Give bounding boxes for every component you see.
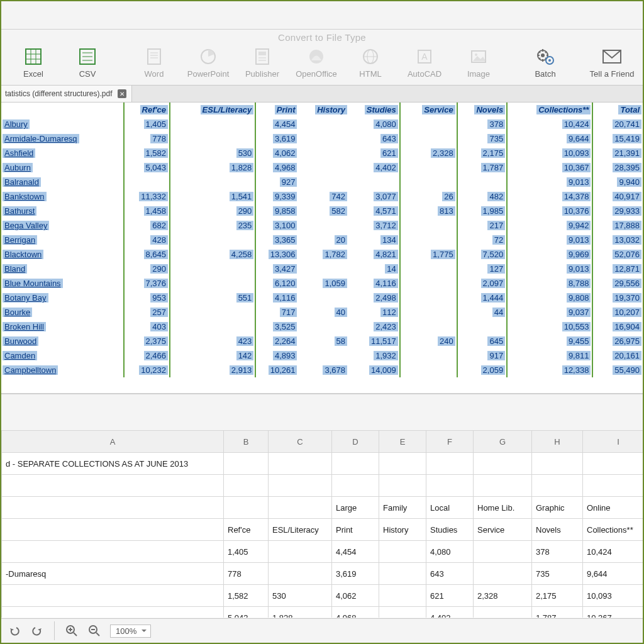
table-row[interactable]: 1,4054,4544,08037810,42420,741 xyxy=(2,541,643,563)
redo-button[interactable] xyxy=(30,624,44,638)
cell[interactable] xyxy=(474,607,532,618)
cell[interactable]: 9,644 xyxy=(583,563,643,585)
cell[interactable]: Studies xyxy=(426,519,474,541)
cell[interactable]: 4,402 xyxy=(426,607,474,618)
cell[interactable] xyxy=(532,475,583,497)
cell[interactable]: Novels xyxy=(532,519,583,541)
cell[interactable]: Collections** xyxy=(583,519,643,541)
col-header[interactable]: A xyxy=(2,431,224,453)
table-row[interactable]: -Dumaresq7783,6196437359,64415,419 xyxy=(2,563,643,585)
tell-friend-button[interactable]: Tell a Friend xyxy=(589,44,635,81)
pdf-view-panel[interactable]: Ref'ceESL/LiteracyPrintHistoryStudiesSer… xyxy=(1,103,643,394)
cell[interactable]: Local xyxy=(426,497,474,519)
cell[interactable] xyxy=(474,453,532,475)
cell[interactable]: 1,405 xyxy=(224,541,269,563)
cell[interactable]: 378 xyxy=(532,541,583,563)
table-row[interactable]: 1,5825304,0626212,3282,17510,09321,391 xyxy=(2,585,643,607)
cell[interactable] xyxy=(379,541,426,563)
cell[interactable]: 1,787 xyxy=(532,607,583,618)
convert-word-button[interactable]: Word xyxy=(131,44,177,81)
table-row[interactable]: Ref'ceESL/LiteracyPrintHistoryStudiesSer… xyxy=(2,519,643,541)
cell[interactable] xyxy=(224,497,269,519)
cell[interactable]: 2,175 xyxy=(532,585,583,607)
spreadsheet-panel[interactable]: ABCDEFGHIJd - SEPARATE COLLECTIONS AS AT… xyxy=(1,430,643,618)
cell[interactable]: 5,043 xyxy=(224,607,269,618)
cell[interactable] xyxy=(269,475,332,497)
cell[interactable] xyxy=(474,475,532,497)
cell[interactable]: 4,062 xyxy=(332,585,379,607)
cell[interactable] xyxy=(269,541,332,563)
table-row[interactable]: LargeFamilyLocalHome Lib.GraphicOnline xyxy=(2,497,643,519)
cell[interactable] xyxy=(332,453,379,475)
cell[interactable]: Ref'ce xyxy=(224,519,269,541)
table-row[interactable]: 5,0431,8284,9684,4021,78710,36728,395 xyxy=(2,607,643,618)
cell[interactable] xyxy=(379,453,426,475)
cell[interactable] xyxy=(224,475,269,497)
col-header[interactable]: F xyxy=(426,431,474,453)
cell[interactable] xyxy=(379,475,426,497)
cell[interactable]: 1,828 xyxy=(269,607,332,618)
cell[interactable] xyxy=(379,563,426,585)
cell[interactable] xyxy=(269,497,332,519)
close-tab-icon[interactable]: ✕ xyxy=(118,89,126,98)
cell[interactable]: Service xyxy=(474,519,532,541)
cell[interactable] xyxy=(474,541,532,563)
col-header[interactable]: H xyxy=(532,431,583,453)
cell[interactable]: 4,454 xyxy=(332,541,379,563)
convert-csv-button[interactable]: CSV xyxy=(64,44,111,81)
col-header[interactable]: D xyxy=(332,431,379,453)
cell[interactable]: Print xyxy=(332,519,379,541)
convert-image-button[interactable]: Image xyxy=(455,44,502,81)
undo-button[interactable] xyxy=(8,624,21,638)
cell[interactable]: History xyxy=(379,519,426,541)
col-header[interactable]: G xyxy=(474,431,532,453)
cell[interactable] xyxy=(426,453,474,475)
cell[interactable]: Graphic xyxy=(532,497,583,519)
cell[interactable]: -Dumaresq xyxy=(2,563,224,585)
cell[interactable]: 621 xyxy=(426,585,474,607)
cell[interactable] xyxy=(532,453,583,475)
cell[interactable]: 735 xyxy=(532,563,583,585)
cell[interactable]: Large xyxy=(332,497,379,519)
cell[interactable]: 4,080 xyxy=(426,541,474,563)
convert-openoffice-button[interactable]: OpenOffice xyxy=(293,44,340,81)
cell[interactable]: 4,968 xyxy=(332,607,379,618)
cell[interactable] xyxy=(269,563,332,585)
cell[interactable] xyxy=(379,607,426,618)
zoom-dropdown[interactable]: 100% xyxy=(110,625,151,638)
cell[interactable] xyxy=(224,453,269,475)
col-header[interactable]: E xyxy=(379,431,426,453)
cell[interactable] xyxy=(2,497,224,519)
cell[interactable]: 3,619 xyxy=(332,563,379,585)
cell[interactable] xyxy=(2,519,224,541)
cell[interactable]: 530 xyxy=(269,585,332,607)
cell[interactable]: 10,093 xyxy=(583,585,643,607)
cell[interactable] xyxy=(583,453,643,475)
cell[interactable]: Family xyxy=(379,497,426,519)
cell[interactable] xyxy=(583,475,643,497)
cell[interactable] xyxy=(2,585,224,607)
cell[interactable] xyxy=(2,541,224,563)
document-tab[interactable]: tatistics (different structures).pdf ✕ xyxy=(1,86,132,102)
cell[interactable]: 10,367 xyxy=(583,607,643,618)
cell[interactable]: 778 xyxy=(224,563,269,585)
col-header[interactable]: I xyxy=(583,431,643,453)
col-header[interactable]: C xyxy=(269,431,332,453)
cell[interactable]: d - SEPARATE COLLECTIONS AS AT JUNE 2013 xyxy=(2,453,224,475)
cell[interactable] xyxy=(426,475,474,497)
cell[interactable]: 10,424 xyxy=(583,541,643,563)
cell[interactable] xyxy=(2,607,224,618)
convert-publisher-button[interactable]: Publisher xyxy=(239,44,286,81)
cell[interactable] xyxy=(474,563,532,585)
zoom-out-button[interactable] xyxy=(87,624,101,638)
batch-button[interactable]: Batch xyxy=(522,44,569,81)
cell[interactable]: Online xyxy=(583,497,643,519)
cell[interactable] xyxy=(269,453,332,475)
cell[interactable]: 1,582 xyxy=(224,585,269,607)
cell[interactable] xyxy=(2,475,224,497)
cell[interactable] xyxy=(379,585,426,607)
zoom-in-button[interactable] xyxy=(65,624,79,638)
cell[interactable]: ESL/Literacy xyxy=(269,519,332,541)
convert-excel-button[interactable]: Excel xyxy=(10,44,57,81)
table-row[interactable]: d - SEPARATE COLLECTIONS AS AT JUNE 2013 xyxy=(2,453,643,475)
